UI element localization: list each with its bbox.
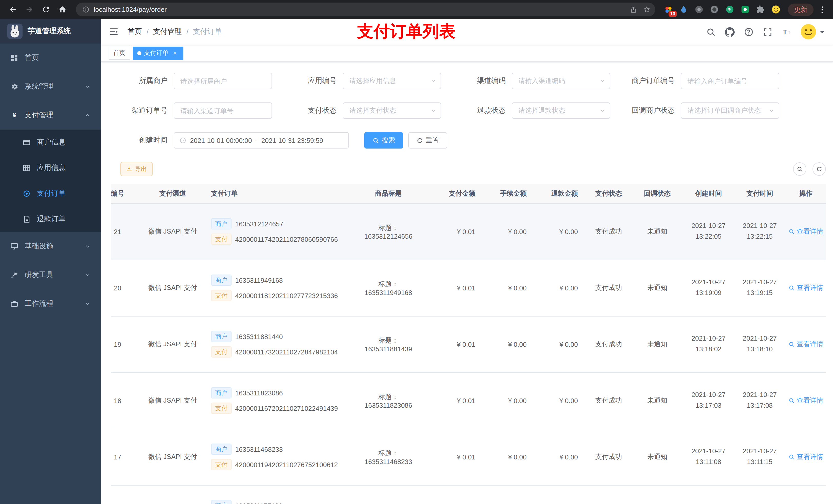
site-info-icon[interactable] — [82, 6, 90, 13]
filter-channel-order-no: 渠道订单号 — [111, 102, 272, 119]
cell-channel: 微信 JSAPI 支付 — [139, 373, 206, 429]
merchant-input[interactable] — [174, 73, 271, 89]
col-notify: 回调状态 — [634, 184, 680, 203]
cell-id: 21 — [111, 203, 139, 260]
app-window: 芋道管理系统 首页 系统管理 ¥ 支付管理 — [0, 19, 833, 504]
view-detail-link[interactable]: 查看详情 — [788, 283, 823, 292]
tab-close-icon[interactable]: × — [171, 49, 179, 57]
reset-button[interactable]: 重置 — [408, 132, 447, 148]
url-text[interactable]: localhost:1024/pay/order — [94, 6, 626, 13]
search-icon[interactable] — [706, 27, 716, 37]
view-detail-link[interactable]: 查看详情 — [788, 227, 823, 236]
font-size-icon[interactable]: TT — [782, 27, 791, 37]
channel-code-select[interactable]: 请输入渠道编码 — [512, 73, 610, 89]
table-toolbar: 导出 — [111, 162, 826, 176]
tab-pay-order[interactable]: 支付订单 × — [133, 46, 184, 60]
extension-icon-drop[interactable] — [678, 4, 690, 15]
cell-id: 20 — [111, 260, 139, 316]
sidebar-item-infra[interactable]: 基础设施 — [0, 232, 101, 261]
cell-order: 商户1635311823086 支付4200001167202110271022… — [206, 373, 349, 429]
refresh-icon — [816, 166, 822, 172]
cell-order: 商户1635311881440 支付4200001173202110272847… — [206, 316, 349, 373]
cell-refund: ¥ 0.00 — [532, 429, 583, 485]
github-icon[interactable] — [725, 27, 735, 37]
help-icon[interactable] — [744, 27, 754, 37]
browser-reload-icon[interactable] — [38, 2, 53, 17]
document-icon — [23, 215, 31, 223]
svg-text:T: T — [788, 30, 790, 34]
browser-menu-icon[interactable] — [817, 3, 828, 16]
cell-fee: ¥ 0.00 — [480, 429, 532, 485]
browser-address-bar[interactable]: localhost:1024/pay/order — [76, 3, 655, 16]
cell-channel: 微信 JSAPI 支付 — [139, 429, 206, 485]
cell-order: 商户1635311157126 支付 — [206, 485, 349, 504]
sidebar-item-system[interactable]: 系统管理 — [0, 72, 101, 101]
cell-status: 支付成功 — [583, 203, 634, 260]
create-time-range-picker[interactable]: 2021-10-01 00:00:00 - 2021-10-31 23:59:5… — [174, 132, 349, 148]
sidebar-item-dev-tools[interactable]: 研发工具 — [0, 261, 101, 289]
table-row: 17 微信 JSAPI 支付 商户1635311468233 支付4200001… — [111, 429, 826, 485]
notify-status-select[interactable]: 请选择订单回调商户状态 — [681, 102, 779, 119]
sidebar-item-app-info[interactable]: 应用信息 — [0, 155, 101, 181]
breadcrumb-home[interactable]: 首页 — [127, 27, 142, 37]
date-start: 2021-10-01 00:00:00 — [190, 137, 252, 144]
screen: localhost:1024/pay/order 10 — [0, 0, 833, 504]
view-detail-link[interactable]: 查看详情 — [788, 396, 823, 405]
refund-status-select[interactable]: 请选择退款状态 — [512, 102, 610, 119]
fullscreen-icon[interactable] — [763, 27, 772, 37]
merchant-tag: 商户 — [211, 331, 232, 342]
col-id: 编号 — [111, 184, 139, 203]
table-row: 21 微信 JSAPI 支付 商户1635312124657 支付4200001… — [111, 203, 826, 260]
sidebar-item-payment[interactable]: ¥ 支付管理 — [0, 101, 101, 129]
sidebar-toggle-icon[interactable] — [101, 19, 126, 45]
cell-refund: ¥ 0.00 — [532, 203, 583, 260]
toggle-search-button[interactable] — [793, 162, 806, 176]
cell-notify: 未通知 — [634, 373, 680, 429]
sidebar-item-pay-order[interactable]: 支付订单 — [0, 181, 101, 207]
col-status: 支付状态 — [583, 184, 634, 203]
browser-update-button[interactable]: 更新 — [788, 3, 813, 16]
browser-forward-icon[interactable] — [22, 2, 37, 17]
extensions-puzzle-icon[interactable] — [755, 4, 766, 15]
tab-home[interactable]: 首页 — [109, 46, 130, 60]
channel-order-no-input[interactable] — [174, 103, 271, 118]
filter-channel-order-no-label: 渠道订单号 — [111, 106, 174, 115]
sidebar-item-home[interactable]: 首页 — [0, 44, 101, 72]
merchant-tag: 商户 — [211, 274, 232, 286]
app-logo[interactable]: 芋道管理系统 — [0, 19, 101, 44]
breadcrumb-payment[interactable]: 支付管理 — [153, 27, 182, 37]
extension-icon-gray-2[interactable] — [709, 4, 720, 15]
browser-profile-avatar[interactable] — [770, 4, 782, 15]
search-button[interactable]: 搜索 — [364, 132, 403, 148]
view-detail-link[interactable]: 查看详情 — [788, 340, 823, 349]
app-no-select[interactable]: 请选择应用信息 — [343, 73, 441, 89]
main-area: 首页 / 支付管理 / 支付订单 支付订单列表 TT — [101, 19, 833, 504]
extension-icon-green-square[interactable] — [739, 4, 751, 15]
merchant-order-no-input[interactable] — [681, 73, 779, 89]
cell-create-time: 2021-10-2713:22:05 — [680, 203, 737, 260]
sidebar-item-refund-order[interactable]: 退款订单 — [0, 207, 101, 232]
briefcase-icon — [10, 299, 19, 308]
extension-icon-green-circle[interactable] — [724, 4, 736, 15]
sidebar-item-merchant-info[interactable]: 商户信息 — [0, 129, 101, 155]
filter-app-no: 应用编号 请选择应用信息 — [280, 73, 441, 89]
view-detail-link[interactable]: 查看详情 — [788, 452, 823, 461]
col-create-time: 创建时间 — [680, 184, 737, 203]
extension-icon-gray-1[interactable] — [693, 4, 705, 15]
sidebar-item-workflow[interactable]: 工作流程 — [0, 289, 101, 318]
browser-home-icon[interactable] — [54, 2, 70, 17]
cell-order: 商户1635312124657 支付4200001174202110278060… — [206, 203, 349, 260]
cell-actions: 查看详情 — [783, 429, 826, 485]
refresh-table-button[interactable] — [812, 162, 826, 176]
bookmark-star-icon[interactable] — [640, 3, 653, 16]
browser-back-icon[interactable] — [5, 2, 21, 17]
table-row: 18 微信 JSAPI 支付 商户1635311823086 支付4200001… — [111, 373, 826, 429]
chevron-down-icon — [599, 107, 605, 114]
browser-toolbar: localhost:1024/pay/order 10 — [0, 0, 833, 19]
pay-status-select[interactable]: 请选择支付状态 — [343, 102, 441, 119]
share-icon[interactable] — [626, 3, 640, 16]
user-menu[interactable] — [801, 24, 825, 40]
download-icon — [126, 166, 132, 172]
export-button[interactable]: 导出 — [120, 162, 153, 176]
extension-icon-colorful[interactable]: 10 — [662, 4, 674, 15]
